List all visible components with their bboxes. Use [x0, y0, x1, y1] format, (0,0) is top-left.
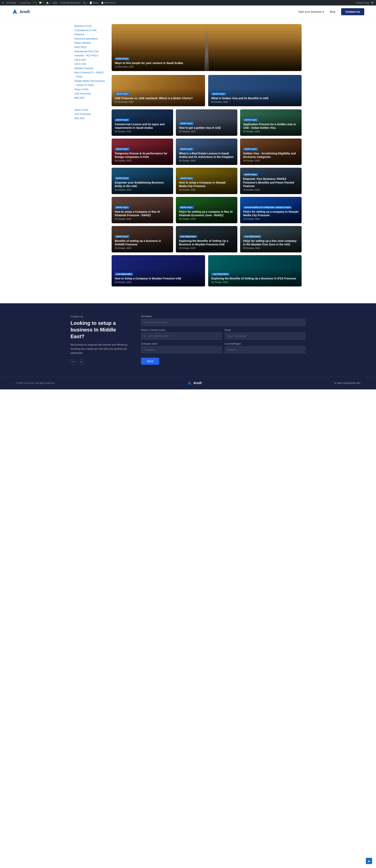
- search-icon[interactable]: 🔍: [371, 2, 374, 4]
- social-icons: 𝕏 in: [70, 359, 129, 365]
- article-overlay: ENTRY FAQ'S Application Process for a Go…: [240, 115, 301, 136]
- article-title: FAQs for setting up a free zone company …: [243, 239, 298, 246]
- sidebar-item-taxes-ksa-bottom[interactable]: Taxes in KSA: [75, 108, 106, 112]
- sidebar-item-document-attestations[interactable]: Document attestations: [75, 37, 106, 41]
- article-title: What is Golden Visa and its Benefits in …: [211, 96, 298, 100]
- email-input[interactable]: [225, 333, 306, 340]
- sidebar-item-life-in-ksa[interactable]: Life in KSA: [75, 58, 106, 62]
- article-tag: ENTRY FAQ'S: [243, 173, 258, 176]
- sidebar-item-life-in-uae[interactable]: Life in UAE: [75, 62, 106, 66]
- email-label: Email: [225, 329, 306, 332]
- country-input[interactable]: [225, 346, 306, 353]
- sidebar-item-why-ksa-bottom[interactable]: Why KSA: [75, 117, 106, 121]
- hero-tag: ENTRY FAQ'S: [115, 57, 129, 60]
- article-card[interactable]: ENTRY FAQ'S What is Golden Visa and its …: [208, 75, 301, 106]
- article-date: 26 October, 2023: [179, 218, 234, 220]
- sidebar-item-why-ksa[interactable]: Why KSA: [75, 96, 106, 100]
- sidebar-item-meydan-freezone[interactable]: Meydan Freezone: [75, 66, 106, 71]
- article-title: FAQ's for setting up a company in Sharja…: [243, 210, 298, 217]
- sidebar-item-international-free-zone-authority---ifza-faq-s[interactable]: International Free Zone Authority – IFZA…: [75, 50, 106, 58]
- site-name[interactable]: Arnifi Blog: [6, 2, 16, 4]
- article-title: Empower your Establishing Business Entit…: [115, 181, 170, 188]
- article-title: UAE Freezone vs. UAE mainland: Which is …: [115, 96, 202, 100]
- article-card[interactable]: ENTRY FAQ'S Commercial License and its t…: [112, 110, 173, 136]
- article-card[interactable]: ENTRY FAQ'S UAE Freezone vs. UAE mainlan…: [112, 75, 205, 106]
- article-date: 26 October, 2023: [115, 218, 170, 220]
- wpforms-link[interactable]: 📋 WPForms 8: [101, 2, 116, 4]
- sidebar-item-uae-freezones[interactable]: UAE Freezones: [75, 92, 106, 96]
- article-card[interactable]: ENTRY FAQ'S Golden Visa - Scrutinizing E…: [240, 138, 301, 165]
- article-card[interactable]: ENTRY FAQ'S How to setup a Company in Ra…: [112, 197, 173, 223]
- fullname-group: Full Name: [141, 315, 306, 326]
- article-card[interactable]: ENTRY FAQ'S Empower Your Business: RAKEZ…: [240, 168, 301, 194]
- article-tag: ENTRY FAQ'S: [115, 119, 129, 121]
- sidebar-item-uae-freezones-bottom[interactable]: UAE Freezones: [75, 112, 106, 117]
- twitter-icon[interactable]: 𝕏: [70, 359, 76, 365]
- sidebar-item-sharjah-media-city-freezone---shams-fz-faq-s[interactable]: Sharjah Media City Freezone – Shams FZ F…: [75, 79, 106, 88]
- customize-link[interactable]: ✏ Customize: [18, 2, 31, 4]
- fullname-input[interactable]: [141, 319, 306, 326]
- logo[interactable]: Arnifi: [12, 9, 30, 15]
- article-date: 25 October, 2023: [243, 247, 298, 249]
- notes-link[interactable]: 📝 Notes: [90, 2, 99, 4]
- contact-heading: Looking to setup a business In Middle Ea…: [70, 320, 129, 340]
- articles-row-3: ENTRY FAQ'S Temporary license & its perf…: [112, 138, 301, 165]
- contact-form: Full Name Phone ( Country Code ) Email C…: [141, 315, 306, 365]
- article-tag: ENTRY FAQ'S: [243, 119, 258, 121]
- article-overlay: UAE FREEZONES How to Setup a Company in …: [112, 269, 205, 286]
- footer-mail: ✉ Mail: hello@arnifi.com: [335, 382, 360, 384]
- new-link[interactable]: New: [53, 2, 57, 4]
- article-card[interactable]: ENTRY FAQ'S FAQ's for setting up a compa…: [176, 197, 237, 223]
- contact-inner: Contact Us Looking to setup a business I…: [70, 315, 306, 365]
- sidebar-item-taxes-in-ksa[interactable]: Taxes in KSA: [75, 88, 106, 92]
- article-card[interactable]: UAE FREEZONES Exploring the Benefits of …: [208, 255, 301, 286]
- article-title: How to setup a Company in Ras Al Khaimah…: [115, 210, 170, 217]
- elementor-link[interactable]: ✎ Edit with Elementor: [60, 2, 81, 4]
- sidebar-item-business-in-ksa[interactable]: Business in KSA: [75, 24, 106, 28]
- sidebar-item-corporate-tax-in-uae-freezone[interactable]: Corporate tax in UAE Freezone: [75, 28, 106, 37]
- article-date: 30 October, 2023: [179, 159, 234, 162]
- articles-row-4: ENTRY FAQ'S Empower your Establishing Bu…: [112, 168, 301, 194]
- article-card[interactable]: UAE FREEZONES Exploring the Benefits of …: [176, 226, 237, 252]
- phone-input[interactable]: [141, 333, 222, 340]
- linkedin-icon[interactable]: in: [78, 359, 84, 365]
- start-business-menu[interactable]: Start your buisness ▾: [298, 10, 324, 13]
- article-card[interactable]: SHARJAH MEDIA CITY FREEZONE • SHAMS FZ F…: [240, 197, 301, 223]
- sidebar-item-ras-al-khaima-fz---rakez---faq-s[interactable]: Ras Al Khaima FZ – RAKEZ – FAQ's: [75, 71, 106, 79]
- send-button[interactable]: Send: [141, 358, 159, 365]
- page-layout: Business in KSACorporate tax in UAE Free…: [70, 18, 306, 296]
- articles-row-7: UAE FREEZONES How to Setup a Company in …: [112, 255, 301, 286]
- country-label: Country/Region: [225, 342, 306, 345]
- article-overlay: ENTRY FAQ'S Empower Your Business: RAKEZ…: [240, 169, 301, 194]
- notifications: 🔔 1: [46, 2, 51, 4]
- article-card[interactable]: ENTRY FAQ'S What is a Real Estate Licens…: [176, 138, 237, 165]
- sidebar: Business in KSACorporate tax in UAE Free…: [75, 24, 106, 289]
- blog-link[interactable]: Blog: [330, 10, 335, 13]
- article-overlay: SHARJAH MEDIA CITY FREEZONE • SHAMS FZ F…: [240, 202, 301, 223]
- article-date: 28 October, 2023: [243, 189, 298, 191]
- hero-article[interactable]: ENTRY FAQ'S Ways to hire people for your…: [112, 24, 301, 71]
- article-card[interactable]: ENTRY FAQ'S How to get a golden visa in …: [176, 110, 237, 136]
- article-card[interactable]: ENTRY FAQ'S Benefits of setting up a bus…: [112, 226, 173, 252]
- sidebar-item-entry-faq-s[interactable]: Entry FAQ's: [75, 45, 106, 50]
- company-input[interactable]: [141, 346, 222, 353]
- article-card[interactable]: UAE FREEZONES How to Setup a Company in …: [112, 255, 205, 286]
- country-group: Country/Region: [225, 342, 306, 353]
- article-card[interactable]: ENTRY FAQ'S Empower your Establishing Bu…: [112, 168, 173, 194]
- article-card[interactable]: ENTRY FAQ'S Temporary license & its perf…: [112, 138, 173, 165]
- logo-text: Arnifi: [20, 9, 30, 14]
- hero-overlay: ENTRY FAQ'S Ways to hire people for your…: [112, 54, 301, 71]
- footer-logo-icon: [187, 381, 192, 385]
- article-date: 25 October, 2023: [211, 281, 298, 283]
- sidebar-item-dubai-mainland[interactable]: Dubai mainland: [75, 41, 106, 45]
- article-card[interactable]: ENTRY FAQ'S How to setup a Company in Sh…: [176, 168, 237, 194]
- article-card[interactable]: UAE FREEZONES FAQs for setting up a free…: [240, 226, 301, 252]
- article-tag: UAE FREEZONES: [211, 273, 230, 276]
- article-card[interactable]: ENTRY FAQ'S Application Process for a Go…: [240, 110, 301, 136]
- contact-us-button[interactable]: Contact Us: [341, 8, 364, 15]
- article-date: 28 October, 2023: [243, 218, 298, 220]
- article-tag: UAE FREEZONES: [115, 273, 133, 276]
- start-business-label: Start your buisness: [298, 10, 322, 13]
- article-tag: ENTRY FAQ'S: [179, 206, 194, 209]
- article-overlay: ENTRY FAQ'S What is a Real Estate Licens…: [176, 144, 237, 165]
